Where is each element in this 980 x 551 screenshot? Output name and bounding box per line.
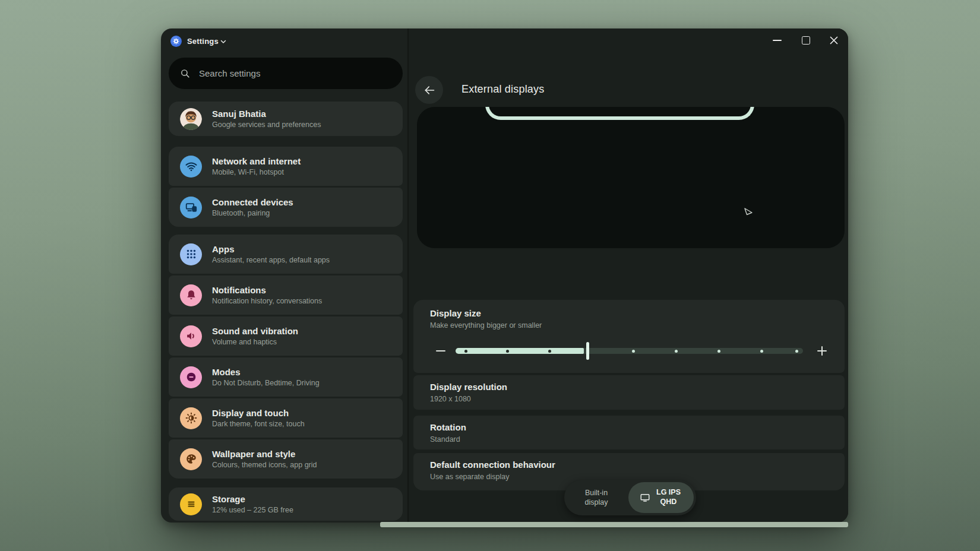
switcher-option-builtin[interactable]: Built-in display [564,480,628,515]
sidebar-item-connected-devices[interactable]: Connected devices Bluetooth, pairing [169,188,403,227]
slider-tick [464,350,467,353]
minimize-icon [773,40,782,41]
switcher-option-external[interactable]: LG IPS QHD [628,482,694,513]
minimize-button[interactable] [767,28,787,52]
sidebar-item-subtitle: Assistant, recent apps, default apps [212,256,330,264]
sidebar-item-title: Display and touch [212,408,305,418]
slider-thumb[interactable] [586,342,589,360]
dnd-icon [180,366,202,388]
gear-icon [172,37,180,45]
display-size-title: Display size [430,308,845,319]
window-bottom-highlight [380,522,848,527]
slider-fill [456,348,584,354]
storage-icon [180,493,202,515]
search-icon [180,68,190,78]
sidebar-item-title: Modes [212,367,320,377]
sidebar-item-title: Connected devices [212,197,293,207]
apps-grid-icon [180,243,202,265]
palette-icon [180,448,202,470]
default-connection-title: Default connection behaviour [430,460,845,470]
sidebar-item-network[interactable]: Network and internet Mobile, Wi-Fi, hots… [169,147,403,186]
display-resolution-row[interactable]: Display resolution 1920 x 1080 [413,375,845,410]
minus-icon [434,344,448,358]
sidebar-item-subtitle: Notification history, conversations [212,297,322,305]
titlebar: Settings [161,28,848,55]
settings-app-icon [170,36,182,47]
display-switcher: Built-in display LG IPS QHD [564,480,696,515]
mouse-cursor-icon [742,207,754,218]
slider-increase-button[interactable] [815,344,829,358]
sidebar-item-apps[interactable]: Apps Assistant, recent apps, default app… [169,235,403,274]
plus-icon [815,344,829,358]
display-preview-panel [417,107,845,248]
display-resolution-value: 1920 x 1080 [430,395,845,404]
wifi-icon [180,156,202,178]
monitor-icon [640,492,650,503]
sidebar-item-subtitle: Google services and preferences [212,121,321,129]
sidebar-item-subtitle: 12% used – 225 GB free [212,506,293,514]
detail-pane: External displays Display size Make ever… [407,28,848,522]
chevron-down-icon[interactable] [220,38,227,45]
page-title: External displays [461,83,544,96]
sidebar-item-title: Notifications [212,285,322,295]
sidebar-item-title: Apps [212,244,330,254]
avatar [180,108,202,130]
search-input[interactable] [198,68,378,79]
sidebar-item-modes[interactable]: Modes Do Not Disturb, Bedtime, Driving [169,357,403,397]
sidebar-item-title: Storage [212,494,293,504]
bell-icon [180,284,202,306]
search-bar[interactable] [169,58,403,89]
slider-tick [717,350,720,353]
back-arrow-icon [423,84,435,96]
sidebar-item-title: Wallpaper and style [212,449,317,459]
sidebar: Sanuj Bhatia Google services and prefere… [161,55,407,522]
sidebar-item-subtitle: Do Not Disturb, Bedtime, Driving [212,379,320,387]
sidebar-item-subtitle: Bluetooth, pairing [212,209,293,217]
slider-decrease-button[interactable] [434,344,448,358]
close-icon [830,36,838,45]
sidebar-item-notifications[interactable]: Notifications Notification history, conv… [169,276,403,315]
sidebar-item-sound[interactable]: Sound and vibration Volume and haptics [169,316,403,356]
slider-track[interactable] [456,348,803,354]
sidebar-item-subtitle: Mobile, Wi-Fi, hotspot [212,168,301,176]
sidebar-item-account[interactable]: Sanuj Bhatia Google services and prefere… [169,102,403,136]
switcher-builtin-label: Built-in display [573,488,620,508]
switcher-external-label: LG IPS QHD [655,488,683,506]
sidebar-item-display[interactable]: Display and touch Dark theme, font size,… [169,398,403,438]
maximize-button[interactable] [796,28,816,52]
display-resolution-title: Display resolution [430,382,845,392]
settings-window: Settings [161,28,848,522]
slider-tick [506,350,509,353]
brightness-icon [180,407,202,429]
slider-tick [760,350,763,353]
sidebar-item-wallpaper[interactable]: Wallpaper and style Colours, themed icon… [169,439,403,479]
back-button[interactable] [415,76,443,104]
display-size-row: Display size Make everything bigger or s… [413,300,845,373]
rotation-row[interactable]: Rotation Standard [413,416,845,449]
sidebar-item-subtitle: Volume and haptics [212,338,298,346]
display-size-subtitle: Make everything bigger or smaller [430,321,845,330]
display-preview-outline [485,107,754,120]
sidebar-item-title: Sound and vibration [212,326,298,336]
speaker-icon [180,325,202,347]
sidebar-item-subtitle: Dark theme, font size, touch [212,420,305,428]
window-title: Settings [187,37,219,46]
rotation-value: Standard [430,435,845,444]
slider-tick [675,350,678,353]
sidebar-item-storage[interactable]: Storage 12% used – 225 GB free [169,487,403,521]
slider-tick [795,350,798,353]
sidebar-item-title: Network and internet [212,156,301,166]
close-button[interactable] [824,28,844,52]
slider-tick [548,350,551,353]
sidebar-item-subtitle: Colours, themed icons, app grid [212,461,317,469]
slider-tick [632,350,635,353]
devices-icon [180,197,202,218]
sidebar-item-title: Sanuj Bhatia [212,109,321,119]
rotation-title: Rotation [430,422,845,433]
maximize-icon [802,36,810,45]
display-size-slider [413,339,845,362]
